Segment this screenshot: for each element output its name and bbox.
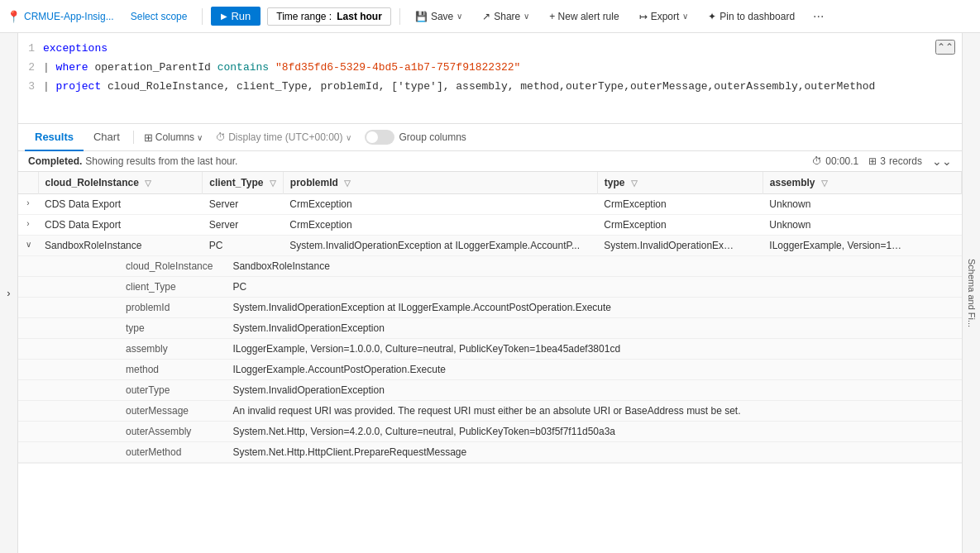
col-problem-id[interactable]: problemId ▽	[283, 172, 597, 194]
status-records: ⊞ 3 records	[868, 155, 922, 167]
sidebar-right[interactable]: Schema and Fi...	[962, 33, 980, 553]
save-button[interactable]: 💾 Save ∨	[409, 8, 469, 25]
export-label: Export	[651, 11, 680, 22]
detail-value: PC	[222, 277, 961, 298]
cell-assembly: Unknown	[762, 194, 961, 215]
stopwatch-icon: ⏱	[812, 155, 822, 167]
table-body: › CDS Data Export Server CrmException Cr…	[18, 194, 962, 464]
query-text-3: | project cloud_RoleInstance, client_Typ…	[43, 79, 875, 96]
clock-icon: ⏱	[216, 131, 226, 143]
query-time: 00:00.1	[825, 155, 858, 167]
group-columns-switch[interactable]	[365, 130, 394, 145]
detail-row: outerAssembly System.Net.Http, Version=4…	[18, 422, 962, 442]
columns-chevron-icon: ∨	[197, 133, 203, 142]
cell-problem-id: CrmException	[283, 215, 597, 236]
expand-toggle[interactable]: ∨	[18, 236, 38, 256]
query-line-1: 1 exceptions	[18, 40, 962, 59]
sidebar-left-toggle[interactable]: ›	[0, 33, 18, 553]
results-area: Results Chart ⊞ Columns ∨ ⏱ Display time…	[18, 124, 962, 553]
time-range-value: Last hour	[337, 11, 382, 22]
detail-value: ILoggerExample.AccountPostOperation.Exec…	[222, 360, 961, 380]
table-row: ∨ SandboxRoleInstance PC System.InvalidO…	[18, 236, 962, 256]
display-time-label: Display time (UTC+00:00)	[228, 131, 342, 143]
export-button[interactable]: ↦ Export ∨	[633, 8, 696, 25]
col-label-type: type	[605, 177, 625, 188]
columns-button[interactable]: ⊞ Columns ∨	[137, 128, 209, 147]
export-icon: ↦	[639, 11, 648, 22]
col-label-client-type: client_Type	[209, 177, 263, 188]
col-client-type[interactable]: client_Type ▽	[203, 172, 283, 194]
pin-dashboard-label: Pin to dashboard	[719, 11, 795, 22]
col-label-assembly: assembly	[770, 177, 815, 188]
col-assembly[interactable]: assembly ▽	[762, 172, 961, 194]
col-cloud-role-instance[interactable]: cloud_RoleInstance ▽	[38, 172, 203, 194]
display-time-button[interactable]: ⏱ Display time (UTC+00:00) ∨	[209, 128, 357, 146]
detail-row: problemId System.InvalidOperationExcepti…	[18, 298, 962, 318]
tab-results[interactable]: Results	[25, 124, 84, 151]
new-alert-button[interactable]: + New alert rule	[543, 8, 625, 25]
play-icon: ▶	[221, 12, 227, 21]
select-scope-button[interactable]: Select scope	[124, 8, 194, 25]
tab-chart[interactable]: Chart	[84, 124, 130, 151]
save-label: Save	[431, 11, 453, 22]
detail-row: outerMessage An invalid request URI was …	[18, 401, 962, 422]
filter-assembly-icon: ▽	[821, 179, 828, 188]
collapse-editor-button[interactable]: ⌃⌃	[935, 40, 955, 55]
expand-toggle[interactable]: ›	[18, 215, 38, 236]
cell-client-type: Server	[203, 194, 283, 215]
query-editor: 1 exceptions 2 | where operation_ParentI…	[18, 33, 962, 124]
detail-row-container: cloud_RoleInstance SandboxRoleInstance c…	[18, 256, 962, 464]
detail-key: problemId	[18, 298, 222, 318]
detail-row: cloud_RoleInstance SandboxRoleInstance	[18, 256, 962, 277]
detail-row: outerType System.InvalidOperationExcepti…	[18, 380, 962, 401]
query-line-2: 2 | where operation_ParentId contains "8…	[18, 59, 962, 78]
share-icon: ↗	[482, 11, 490, 22]
cell-client-type: Server	[203, 215, 283, 236]
status-right: ⏱ 00:00.1 ⊞ 3 records ⌄⌄	[812, 155, 952, 168]
save-chevron-icon: ∨	[457, 12, 462, 21]
columns-label: Columns	[155, 131, 194, 143]
detail-table: cloud_RoleInstance SandboxRoleInstance c…	[18, 256, 962, 463]
filter-client-type-icon: ▽	[270, 179, 276, 188]
detail-key: outerMethod	[18, 442, 222, 463]
cell-type: CrmException	[597, 215, 762, 236]
detail-row: outerMethod System.Net.Http.HttpClient.P…	[18, 442, 962, 463]
cell-type: CrmException	[597, 194, 762, 215]
toolbar-separator-1	[202, 8, 203, 25]
pin-to-dashboard-button[interactable]: ✦ Pin to dashboard	[701, 8, 801, 25]
table-row: › CDS Data Export Server CrmException Cr…	[18, 215, 962, 236]
query-line-3: 3 | project cloud_RoleInstance, client_T…	[18, 78, 962, 97]
time-range-prefix: Time range :	[276, 11, 332, 22]
detail-row: assembly ILoggerExample, Version=1.0.0.0…	[18, 339, 962, 360]
cell-cloud-role-instance: SandboxRoleInstance	[38, 236, 203, 256]
expand-all-button[interactable]: ⌄⌄	[932, 155, 952, 168]
group-columns-label: Group columns	[399, 131, 466, 143]
run-button[interactable]: ▶ Run	[211, 7, 261, 26]
status-completed: Completed.	[28, 155, 82, 167]
more-options-button[interactable]: ···	[808, 7, 829, 26]
detail-key: cloud_RoleInstance	[18, 256, 222, 277]
detail-key: type	[18, 318, 222, 339]
expand-toggle[interactable]: ›	[18, 194, 38, 215]
detail-key: assembly	[18, 339, 222, 360]
schema-label: Schema and Fi...	[967, 259, 977, 327]
detail-key: outerType	[18, 380, 222, 401]
detail-value: SandboxRoleInstance	[222, 256, 961, 277]
detail-key: outerAssembly	[18, 422, 222, 442]
time-range-button[interactable]: Time range : Last hour	[267, 7, 391, 26]
line-number-3: 3	[18, 79, 43, 96]
results-table: cloud_RoleInstance ▽ client_Type ▽ probl…	[18, 172, 962, 464]
pin-dashboard-icon: ✦	[708, 11, 716, 22]
table-row: › CDS Data Export Server CrmException Cr…	[18, 194, 962, 215]
pin-icon: 📍	[7, 10, 21, 23]
cell-cloud-role-instance: CDS Data Export	[38, 215, 203, 236]
share-button[interactable]: ↗ Share ∨	[476, 8, 536, 25]
app-logo: 📍 CRMUE-App-Insig...	[7, 10, 114, 23]
col-type[interactable]: type ▽	[597, 172, 762, 194]
editor-area: 1 exceptions 2 | where operation_ParentI…	[18, 33, 962, 553]
filter-cloud-role-icon: ▽	[145, 179, 151, 188]
detail-value: System.Net.Http.HttpClient.PrepareReques…	[222, 442, 961, 463]
status-time: ⏱ 00:00.1	[812, 155, 858, 167]
run-label: Run	[231, 10, 251, 22]
detail-value: System.InvalidOperationException	[222, 318, 961, 339]
